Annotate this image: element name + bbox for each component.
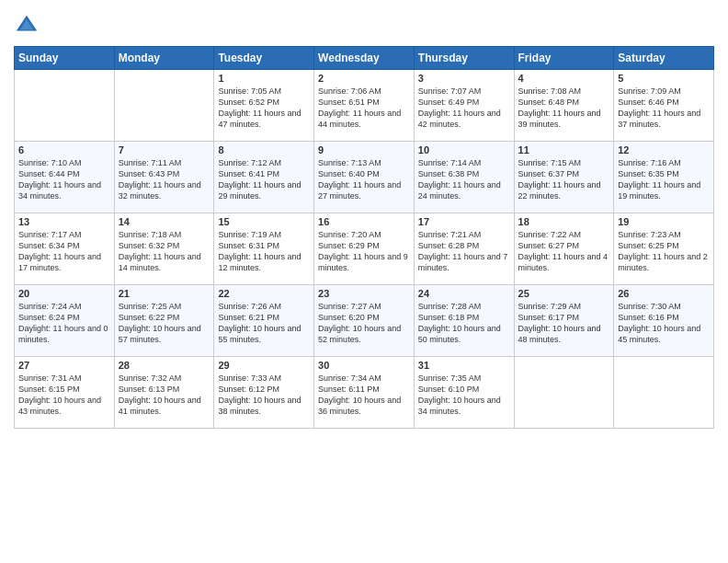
day-number: 2 <box>318 73 410 84</box>
day-number: 28 <box>119 360 210 371</box>
day-info: Sunrise: 7:08 AM Sunset: 6:48 PM Dayligh… <box>518 86 610 131</box>
day-number: 15 <box>218 216 310 227</box>
calendar-cell: 5Sunrise: 7:09 AM Sunset: 6:46 PM Daylig… <box>614 70 714 142</box>
calendar-cell: 28Sunrise: 7:32 AM Sunset: 6:13 PM Dayli… <box>114 357 214 429</box>
calendar-cell: 20Sunrise: 7:24 AM Sunset: 6:24 PM Dayli… <box>15 285 115 357</box>
calendar-cell: 29Sunrise: 7:33 AM Sunset: 6:12 PM Dayli… <box>214 357 314 429</box>
calendar-cell: 26Sunrise: 7:30 AM Sunset: 6:16 PM Dayli… <box>614 285 714 357</box>
day-number: 13 <box>18 216 110 227</box>
week-row-1: 1Sunrise: 7:05 AM Sunset: 6:52 PM Daylig… <box>15 70 714 142</box>
day-info: Sunrise: 7:17 AM Sunset: 6:34 PM Dayligh… <box>18 229 110 274</box>
day-info: Sunrise: 7:12 AM Sunset: 6:41 PM Dayligh… <box>218 157 310 202</box>
calendar-cell: 24Sunrise: 7:28 AM Sunset: 6:18 PM Dayli… <box>414 285 514 357</box>
day-number: 20 <box>18 288 110 299</box>
week-row-4: 20Sunrise: 7:24 AM Sunset: 6:24 PM Dayli… <box>15 285 714 357</box>
day-number: 9 <box>318 144 410 155</box>
day-number: 8 <box>218 144 310 155</box>
calendar-cell <box>114 70 214 142</box>
day-info: Sunrise: 7:14 AM Sunset: 6:38 PM Dayligh… <box>418 157 510 202</box>
day-info: Sunrise: 7:32 AM Sunset: 6:13 PM Dayligh… <box>119 373 210 418</box>
day-number: 29 <box>218 360 310 371</box>
calendar-cell: 4Sunrise: 7:08 AM Sunset: 6:48 PM Daylig… <box>514 70 614 142</box>
day-number: 12 <box>618 144 710 155</box>
day-info: Sunrise: 7:22 AM Sunset: 6:27 PM Dayligh… <box>518 229 610 274</box>
calendar-cell: 30Sunrise: 7:34 AM Sunset: 6:11 PM Dayli… <box>314 357 415 429</box>
calendar-cell: 1Sunrise: 7:05 AM Sunset: 6:52 PM Daylig… <box>214 70 314 142</box>
day-info: Sunrise: 7:05 AM Sunset: 6:52 PM Dayligh… <box>218 86 310 131</box>
day-info: Sunrise: 7:25 AM Sunset: 6:22 PM Dayligh… <box>119 301 210 346</box>
page: SundayMondayTuesdayWednesdayThursdayFrid… <box>0 0 728 563</box>
day-number: 22 <box>218 288 310 299</box>
day-info: Sunrise: 7:21 AM Sunset: 6:28 PM Dayligh… <box>418 229 510 274</box>
calendar-cell: 16Sunrise: 7:20 AM Sunset: 6:29 PM Dayli… <box>314 213 415 285</box>
column-header-tuesday: Tuesday <box>214 47 314 70</box>
day-number: 26 <box>618 288 710 299</box>
column-header-saturday: Saturday <box>614 47 714 70</box>
calendar-cell: 12Sunrise: 7:16 AM Sunset: 6:35 PM Dayli… <box>614 142 714 213</box>
day-number: 10 <box>418 144 510 155</box>
day-info: Sunrise: 7:24 AM Sunset: 6:24 PM Dayligh… <box>18 301 110 346</box>
calendar-cell <box>514 357 614 429</box>
day-info: Sunrise: 7:11 AM Sunset: 6:43 PM Dayligh… <box>119 157 210 202</box>
calendar-cell: 18Sunrise: 7:22 AM Sunset: 6:27 PM Dayli… <box>514 213 614 285</box>
calendar-cell: 19Sunrise: 7:23 AM Sunset: 6:25 PM Dayli… <box>614 213 714 285</box>
day-info: Sunrise: 7:10 AM Sunset: 6:44 PM Dayligh… <box>18 157 110 202</box>
day-number: 1 <box>218 73 310 84</box>
column-header-thursday: Thursday <box>414 47 514 70</box>
day-number: 19 <box>618 216 710 227</box>
calendar-cell <box>15 70 115 142</box>
calendar-cell: 17Sunrise: 7:21 AM Sunset: 6:28 PM Dayli… <box>414 213 514 285</box>
calendar-cell: 31Sunrise: 7:35 AM Sunset: 6:10 PM Dayli… <box>414 357 514 429</box>
day-info: Sunrise: 7:15 AM Sunset: 6:37 PM Dayligh… <box>518 157 610 202</box>
day-number: 7 <box>119 144 210 155</box>
calendar-cell: 8Sunrise: 7:12 AM Sunset: 6:41 PM Daylig… <box>214 142 314 213</box>
logo <box>14 13 43 39</box>
day-info: Sunrise: 7:20 AM Sunset: 6:29 PM Dayligh… <box>318 229 410 274</box>
calendar-cell: 11Sunrise: 7:15 AM Sunset: 6:37 PM Dayli… <box>514 142 614 213</box>
calendar-cell: 21Sunrise: 7:25 AM Sunset: 6:22 PM Dayli… <box>114 285 214 357</box>
day-number: 5 <box>618 73 710 84</box>
day-info: Sunrise: 7:06 AM Sunset: 6:51 PM Dayligh… <box>318 86 410 131</box>
calendar-cell: 14Sunrise: 7:18 AM Sunset: 6:32 PM Dayli… <box>114 213 214 285</box>
day-info: Sunrise: 7:27 AM Sunset: 6:20 PM Dayligh… <box>318 301 410 346</box>
header <box>14 9 714 39</box>
day-number: 3 <box>418 73 510 84</box>
day-info: Sunrise: 7:31 AM Sunset: 6:15 PM Dayligh… <box>18 373 110 418</box>
day-number: 21 <box>119 288 210 299</box>
day-info: Sunrise: 7:23 AM Sunset: 6:25 PM Dayligh… <box>618 229 710 274</box>
day-info: Sunrise: 7:18 AM Sunset: 6:32 PM Dayligh… <box>119 229 210 274</box>
calendar-cell: 15Sunrise: 7:19 AM Sunset: 6:31 PM Dayli… <box>214 213 314 285</box>
calendar-cell: 27Sunrise: 7:31 AM Sunset: 6:15 PM Dayli… <box>15 357 115 429</box>
calendar-cell: 6Sunrise: 7:10 AM Sunset: 6:44 PM Daylig… <box>15 142 115 213</box>
day-number: 16 <box>318 216 410 227</box>
calendar-cell: 25Sunrise: 7:29 AM Sunset: 6:17 PM Dayli… <box>514 285 614 357</box>
calendar-cell: 22Sunrise: 7:26 AM Sunset: 6:21 PM Dayli… <box>214 285 314 357</box>
calendar-cell <box>614 357 714 429</box>
day-info: Sunrise: 7:26 AM Sunset: 6:21 PM Dayligh… <box>218 301 310 346</box>
day-number: 31 <box>418 360 510 371</box>
logo-icon <box>14 13 40 39</box>
column-header-sunday: Sunday <box>15 47 115 70</box>
calendar-cell: 13Sunrise: 7:17 AM Sunset: 6:34 PM Dayli… <box>15 213 115 285</box>
day-info: Sunrise: 7:28 AM Sunset: 6:18 PM Dayligh… <box>418 301 510 346</box>
calendar-cell: 7Sunrise: 7:11 AM Sunset: 6:43 PM Daylig… <box>114 142 214 213</box>
day-info: Sunrise: 7:29 AM Sunset: 6:17 PM Dayligh… <box>518 301 610 346</box>
day-number: 17 <box>418 216 510 227</box>
day-info: Sunrise: 7:09 AM Sunset: 6:46 PM Dayligh… <box>618 86 710 131</box>
week-row-3: 13Sunrise: 7:17 AM Sunset: 6:34 PM Dayli… <box>15 213 714 285</box>
column-header-monday: Monday <box>114 47 214 70</box>
day-info: Sunrise: 7:34 AM Sunset: 6:11 PM Dayligh… <box>318 373 410 418</box>
day-number: 14 <box>119 216 210 227</box>
calendar-cell: 2Sunrise: 7:06 AM Sunset: 6:51 PM Daylig… <box>314 70 415 142</box>
day-info: Sunrise: 7:19 AM Sunset: 6:31 PM Dayligh… <box>218 229 310 274</box>
day-number: 30 <box>318 360 410 371</box>
day-info: Sunrise: 7:33 AM Sunset: 6:12 PM Dayligh… <box>218 373 310 418</box>
day-info: Sunrise: 7:16 AM Sunset: 6:35 PM Dayligh… <box>618 157 710 202</box>
day-number: 11 <box>518 144 610 155</box>
column-header-friday: Friday <box>514 47 614 70</box>
header-row: SundayMondayTuesdayWednesdayThursdayFrid… <box>15 47 714 70</box>
day-number: 4 <box>518 73 610 84</box>
day-number: 25 <box>518 288 610 299</box>
calendar-cell: 23Sunrise: 7:27 AM Sunset: 6:20 PM Dayli… <box>314 285 415 357</box>
week-row-5: 27Sunrise: 7:31 AM Sunset: 6:15 PM Dayli… <box>15 357 714 429</box>
